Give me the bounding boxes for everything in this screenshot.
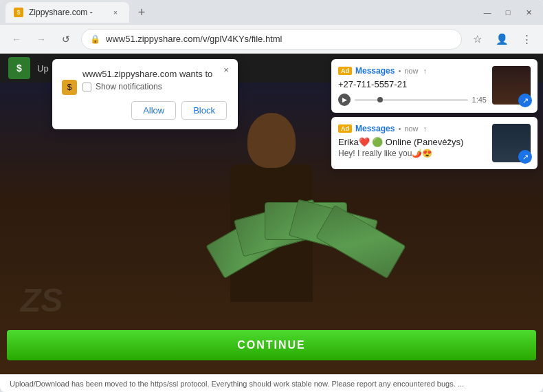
ad-notifications: Ad Messages • now ↑ +27-711-5557-21 ▶ 1:… <box>331 59 538 169</box>
ad-card-subtext: Hey! I really like you🌶️😍 <box>338 149 487 158</box>
close-button[interactable]: ✕ <box>520 3 538 21</box>
allow-button[interactable]: Allow <box>131 101 176 120</box>
ad-card-text: +27-711-5557-21 <box>338 78 487 91</box>
ad-card-content: Ad Messages • now ↑ Erika❤️ 🟢 Online (Pa… <box>338 124 487 162</box>
continue-button[interactable]: CONTINUE <box>7 330 536 360</box>
audio-bar: ▶ 1:45 <box>338 94 487 106</box>
watermark: ZS <box>21 281 63 319</box>
popup-site-icon: $ <box>62 80 77 95</box>
notification-up-icon: ↑ <box>423 124 427 133</box>
tab-title: Zippyshare.com - <box>29 8 104 17</box>
ad-card-arrow-icon[interactable]: ↗ <box>518 150 532 164</box>
play-button[interactable]: ▶ <box>338 94 351 106</box>
back-button[interactable]: ← <box>7 30 26 49</box>
url-text: www51.zippyshare.com/v/gplV4KYs/file.htm… <box>106 34 453 44</box>
notification-checkbox[interactable] <box>82 83 91 91</box>
ad-card-time: now <box>404 124 418 133</box>
title-bar: $ Zippyshare.com - × + — □ ✕ <box>0 0 543 25</box>
url-bar[interactable]: 🔒 www51.zippyshare.com/v/gplV4KYs/file.h… <box>81 29 462 50</box>
ad-card[interactable]: Ad Messages • now ↑ +27-711-5557-21 ▶ 1:… <box>331 59 538 113</box>
popup-close-button[interactable]: × <box>220 63 232 76</box>
ad-card-content: Ad Messages • now ↑ +27-711-5557-21 ▶ 1:… <box>338 66 487 106</box>
popup-subtitle: Show notifications <box>63 82 227 91</box>
ad-card-source: Messages <box>355 124 395 133</box>
popup-title: www51.zippyshare.com wants to <box>63 69 227 79</box>
audio-progress <box>355 99 468 101</box>
status-text: Upload/Download has been moved to the ht… <box>10 380 464 388</box>
audio-time: 1:45 <box>472 96 487 104</box>
ad-card-time: now <box>404 67 418 75</box>
ad-badge: Ad <box>338 124 352 133</box>
browser-tab[interactable]: $ Zippyshare.com - × <box>5 2 129 23</box>
audio-progress-dot <box>377 97 383 102</box>
browser-window: $ Zippyshare.com - × + — □ ✕ ← → ↺ 🔒 www… <box>0 0 543 392</box>
new-tab-button[interactable]: + <box>132 3 151 22</box>
ad-card-separator: • <box>398 124 401 133</box>
ad-card-text: Erika❤️ 🟢 Online (Panevėžys) <box>338 136 487 149</box>
person-head <box>247 113 296 168</box>
ad-card-separator: • <box>398 67 401 75</box>
block-button[interactable]: Block <box>181 101 227 120</box>
refresh-button[interactable]: ↺ <box>56 30 76 49</box>
status-bar: Upload/Download has been moved to the ht… <box>0 374 543 392</box>
upload-text: Up <box>37 63 49 74</box>
tab-favicon: $ <box>14 8 23 17</box>
bookmark-star-icon[interactable]: ☆ <box>467 30 487 49</box>
browser-menu-icon[interactable]: ⋮ <box>517 30 536 49</box>
popup-buttons: Allow Block <box>63 101 227 120</box>
notification-up-icon: ↑ <box>423 67 427 75</box>
ad-card[interactable]: Ad Messages • now ↑ Erika❤️ 🟢 Online (Pa… <box>331 117 538 169</box>
notification-popup: × $ www51.zippyshare.com wants to Show n… <box>52 59 238 129</box>
ad-card-header: Ad Messages • now ↑ <box>338 124 487 133</box>
ad-card-source: Messages <box>355 66 395 76</box>
minimize-button[interactable]: — <box>478 3 496 21</box>
ad-card-header: Ad Messages • now ↑ <box>338 66 487 76</box>
ad-badge: Ad <box>338 67 352 75</box>
site-logo: $ <box>8 57 30 79</box>
ad-card-arrow-icon[interactable]: ↗ <box>518 94 532 107</box>
address-bar: ← → ↺ 🔒 www51.zippyshare.com/v/gplV4KYs/… <box>0 25 543 54</box>
page-content: $ Up Username: <box>0 54 543 374</box>
money-fan <box>210 182 416 319</box>
tab-close-button[interactable]: × <box>110 7 121 18</box>
lock-icon: 🔒 <box>90 34 100 44</box>
forward-button[interactable]: → <box>32 30 51 49</box>
window-controls: — □ ✕ <box>478 3 538 21</box>
maximize-button[interactable]: □ <box>499 3 517 21</box>
account-icon[interactable]: 👤 <box>492 30 511 49</box>
